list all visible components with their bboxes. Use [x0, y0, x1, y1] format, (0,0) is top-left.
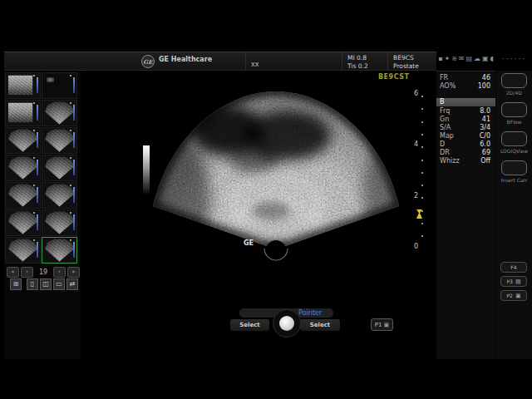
next-page-button[interactable]: ›: [53, 267, 66, 278]
thumbnail-pager: « ‹ 19 › »: [7, 267, 80, 277]
status-icon-row: ▪✦≋✉▤☁▣◖: [438, 52, 501, 65]
trackball-left-select-button[interactable]: Select: [230, 319, 269, 331]
mi-value: MI 0.8: [347, 54, 368, 62]
wifi-icon: ≋: [451, 55, 457, 63]
delete-icon[interactable]: ▯: [27, 278, 38, 290]
grid-view-icon[interactable]: ⊞: [10, 278, 22, 290]
clipboard-toolbar: ⊞▯◫▭⇄: [10, 278, 78, 290]
ultrasound-screen: GE GE Healthcare xx MI 0.8 Tis 0.2 BE9CS…: [0, 0, 532, 399]
image-area: BE9CST: [135, 71, 435, 359]
network-icon: ▤: [466, 55, 473, 63]
thumbnail[interactable]: [5, 182, 41, 209]
save-icon[interactable]: ◫: [40, 278, 52, 290]
header-bar: GE GE Healthcare xx MI 0.8 Tis 0.2 BE9CS…: [4, 52, 436, 71]
parameter-panel: FR46AO%100 B Frq8.0Gn41S/A3/4MapC/0D6.0D…: [436, 71, 495, 359]
probe-name: BE9CS: [393, 54, 419, 62]
first-page-button[interactable]: «: [7, 267, 19, 278]
param-row-d: D6.0: [436, 140, 495, 149]
logiqview-button[interactable]: [501, 131, 527, 146]
ge-logo-icon: GE: [141, 55, 155, 68]
depth-ruler: 6420: [408, 87, 430, 262]
printer-icon: ▣: [384, 322, 390, 328]
thumbnail[interactable]: [42, 155, 77, 181]
printer-icon: ▣: [515, 293, 521, 299]
transfer-icon[interactable]: ⇄: [66, 278, 78, 290]
mail-icon: ✉: [459, 55, 465, 63]
cloud-icon: ☁: [474, 55, 480, 63]
header-patient-cell: xx: [246, 52, 342, 70]
thumbnail[interactable]: [42, 209, 77, 236]
thumbnail[interactable]: [5, 127, 41, 154]
param-row-ao: AO%100: [436, 82, 495, 91]
prev-page-button[interactable]: ‹: [21, 267, 33, 278]
p2-button[interactable]: P2▣: [500, 290, 527, 301]
param-row-gn: Gn41: [436, 116, 495, 124]
thumbnail[interactable]: [42, 127, 77, 154]
depth-label: 6: [408, 91, 418, 97]
thumbnail-grid: [5, 72, 80, 264]
thumbnail[interactable]: [5, 209, 41, 236]
acquisition-params: FR46AO%100: [436, 71, 495, 91]
thumbnail-selected[interactable]: [42, 237, 77, 264]
bflow-label: BFlow: [496, 119, 532, 125]
thumbnail[interactable]: [5, 155, 41, 181]
mode-row: B: [436, 98, 495, 106]
header-probe-cell: BE9CS Prostate: [388, 52, 435, 70]
p3-button[interactable]: P3▤: [500, 276, 527, 287]
thumbnail[interactable]: [42, 100, 77, 126]
param-row-dr: DR69: [436, 149, 495, 157]
depth-label: 2: [408, 193, 418, 200]
clipboard-panel: « ‹ 19 › » ⊞▯◫▭⇄: [4, 71, 81, 359]
insert-carr-label: Insert Carr: [496, 177, 532, 183]
depth-label: 0: [408, 244, 418, 250]
probe-icon: ◖: [490, 55, 494, 63]
side-button-column: 2D/4DBFlowLOGIQViewInsert CarrF4P3▤P2▣: [496, 71, 532, 359]
thumbnail[interactable]: [42, 72, 77, 99]
patient-id-text: xx: [251, 61, 259, 68]
menu-dots-handle[interactable]: ······: [502, 55, 526, 63]
2d-4d-label: 2D/4D: [496, 90, 532, 96]
param-row-map: MapC/0: [436, 132, 495, 140]
param-row-fr: FR46: [436, 74, 495, 82]
b-mode-params: Frq8.0Gn41S/A3/4MapC/0D6.0DR69WhizzOff: [436, 107, 495, 165]
param-row-whizz: WhizzOff: [436, 157, 495, 165]
brand-text: GE Healthcare: [159, 56, 212, 63]
image-icon[interactable]: ▭: [53, 278, 65, 290]
clipboard-icon: ▤: [515, 278, 521, 285]
tis-value: Tis 0.2: [347, 62, 368, 71]
f4-button[interactable]: F4: [500, 262, 527, 273]
pointer-label: Pointer: [298, 309, 322, 317]
printer-icon: ▣: [482, 55, 489, 63]
focus-position-marker[interactable]: [416, 209, 422, 219]
last-page-button[interactable]: »: [67, 267, 80, 278]
grayscale-bar: [143, 145, 150, 194]
thumbnail[interactable]: [5, 237, 41, 264]
param-row-s-a: S/A3/4: [436, 124, 495, 132]
bflow-button[interactable]: [501, 102, 527, 117]
depth-label: 4: [408, 141, 418, 148]
p1-button[interactable]: P1 ▣: [371, 318, 393, 331]
param-row-frq: Frq8.0: [436, 107, 495, 116]
thumbnail[interactable]: [42, 182, 77, 209]
insert-carr-button[interactable]: [501, 160, 527, 175]
trackball-right-select-button[interactable]: Select: [300, 319, 340, 331]
ultrasound-fan-image: [140, 79, 431, 278]
trackball-indicator[interactable]: [273, 309, 301, 337]
signal-icon: ▪: [438, 55, 442, 63]
header-acoustic-cell: MI 0.8 Tis 0.2: [342, 52, 388, 70]
preset-name: Prostate: [393, 62, 419, 71]
2d-4d-button[interactable]: [501, 73, 527, 88]
ge-probe-mark: GE: [244, 239, 254, 247]
thumbnail[interactable]: [5, 100, 41, 126]
thumbnail[interactable]: [5, 72, 41, 99]
header-brand-cell: GE GE Healthcare: [4, 52, 246, 70]
page-number: 19: [35, 268, 52, 276]
p1-label: P1: [375, 322, 382, 328]
user-icon: ✦: [444, 55, 450, 63]
logiqview-label: LOGIQView: [496, 148, 532, 154]
